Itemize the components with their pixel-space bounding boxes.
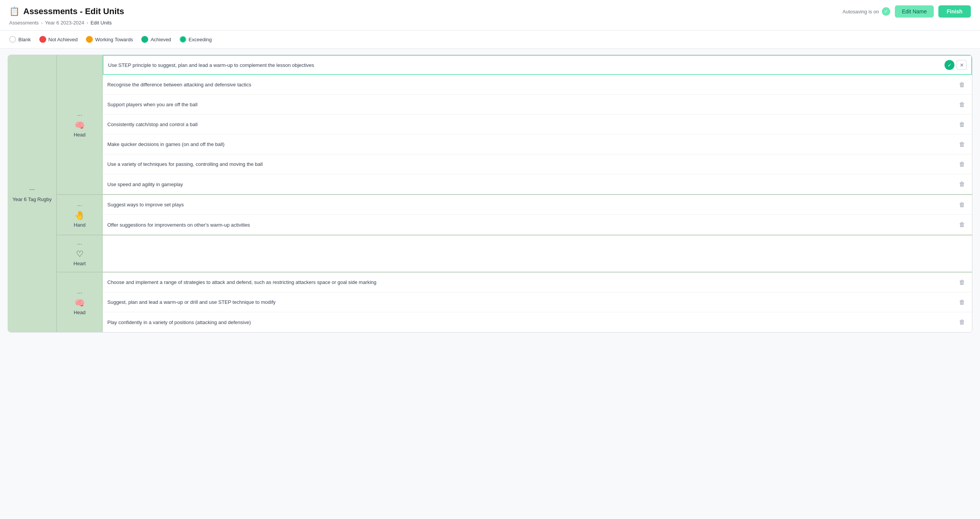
item-row: Use speed and agility in gameplay 🗑 — [103, 174, 972, 194]
breadcrumb-assessments[interactable]: Assessments — [9, 20, 39, 26]
legend-exceeding: Exceeding — [180, 36, 212, 43]
breadcrumb-year6[interactable]: Year 6 2023-2024 — [45, 20, 84, 26]
working-towards-label: Working Towards — [95, 37, 133, 42]
item-close-button[interactable]: ✕ — [957, 60, 967, 70]
section-3-items: Choose and implement a range of strategi… — [103, 272, 972, 332]
item-delete-button[interactable]: 🗑 — [957, 277, 967, 287]
cat-2-dots[interactable]: ··· — [77, 241, 82, 248]
item-text: Suggest ways to improve set plays — [107, 198, 957, 211]
item-row: Choose and implement a range of strategi… — [103, 272, 972, 292]
achieved-dot — [141, 36, 148, 43]
legend-achieved: Achieved — [141, 36, 171, 43]
header-right: Autosaving is on ✓ Edit Name Finish — [843, 5, 971, 18]
breadcrumb-sep-1: › — [41, 20, 42, 26]
cat-3-dots[interactable]: ··· — [77, 290, 82, 297]
legend: Blank Not Achieved Working Towards Achie… — [0, 31, 980, 49]
item-delete-button[interactable]: 🗑 — [957, 139, 967, 149]
cat-3-name: Head — [74, 310, 86, 315]
breadcrumb-sep-2: › — [87, 20, 88, 26]
item-actions: ✓ ✕ — [944, 60, 967, 70]
legend-blank: Blank — [9, 36, 31, 43]
item-delete-button[interactable]: 🗑 — [957, 179, 967, 189]
achieved-label: Achieved — [150, 37, 171, 42]
category-0: ··· 🧠 Head — [57, 55, 103, 194]
section-2-items — [103, 235, 972, 272]
section-0: ··· 🧠 Head Use STEP principle to suggest… — [57, 55, 972, 195]
breadcrumb-current: Edit Units — [91, 20, 112, 26]
autosave-check-icon: ✓ — [882, 7, 890, 16]
category-2: ··· ♡ Heart — [57, 235, 103, 272]
item-text: Make quicker decisions in games (on and … — [107, 138, 957, 151]
header: 📋 Assessments - Edit Units Autosaving is… — [0, 0, 980, 31]
item-delete-button[interactable]: 🗑 — [957, 220, 967, 230]
item-row: Consistently catch/stop and control a ba… — [103, 115, 972, 135]
item-row: Suggest ways to improve set plays 🗑 — [103, 195, 972, 215]
item-text: Use speed and agility in gameplay — [107, 178, 957, 191]
item-row: Suggest, plan and lead a warm-up or dril… — [103, 292, 972, 312]
section-3: ··· 🧠 Head Choose and implement a range … — [57, 272, 972, 332]
item-text: Offer suggestions for improvements on ot… — [107, 218, 957, 232]
item-text: Recognise the difference between attacki… — [107, 78, 957, 91]
sections-wrapper: ··· 🧠 Head Use STEP principle to suggest… — [57, 55, 972, 332]
content-area: ··· Year 6 Tag Rugby ··· 🧠 Head Use STEP… — [0, 49, 980, 339]
cat-1-dots[interactable]: ··· — [77, 202, 82, 209]
exceeding-dot — [180, 36, 186, 43]
item-delete-button[interactable]: 🗑 — [957, 159, 967, 169]
cat-2-name: Heart — [74, 261, 86, 266]
item-delete-button[interactable]: 🗑 — [957, 200, 967, 210]
item-row: Offer suggestions for improvements on ot… — [103, 215, 972, 235]
item-delete-button[interactable]: 🗑 — [957, 80, 967, 90]
blank-label: Blank — [18, 37, 31, 42]
category-3: ··· 🧠 Head — [57, 272, 103, 332]
item-text: Support players when you are off the bal… — [107, 98, 957, 111]
exceeding-label: Exceeding — [189, 37, 212, 42]
item-row: Support players when you are off the bal… — [103, 95, 972, 115]
cat-0-name: Head — [74, 132, 86, 138]
item-delete-button[interactable]: 🗑 — [957, 297, 967, 307]
unit-cell: ··· Year 6 Tag Rugby — [8, 55, 57, 332]
section-0-items: Use STEP principle to suggest, plan and … — [103, 55, 972, 194]
assessments-table: ··· Year 6 Tag Rugby ··· 🧠 Head Use STEP… — [8, 55, 972, 332]
working-towards-dot — [86, 36, 93, 43]
cat-1-icon: 🤚 — [74, 211, 85, 221]
legend-not-achieved: Not Achieved — [39, 36, 78, 43]
section-2: ··· ♡ Heart — [57, 235, 972, 272]
item-text: Use STEP principle to suggest, plan and … — [108, 58, 944, 72]
item-row: Make quicker decisions in games (on and … — [103, 135, 972, 154]
legend-working-towards: Working Towards — [86, 36, 133, 43]
item-delete-button[interactable]: 🗑 — [957, 100, 967, 110]
section-1-items: Suggest ways to improve set plays 🗑 Offe… — [103, 195, 972, 235]
item-row: Use a variety of techniques for passing,… — [103, 154, 972, 174]
item-row: Use STEP principle to suggest, plan and … — [103, 55, 972, 75]
item-row: Play confidently in a variety of positio… — [103, 312, 972, 332]
page-title: Assessments - Edit Units — [23, 6, 124, 16]
blank-dot — [9, 36, 16, 43]
not-achieved-label: Not Achieved — [49, 37, 78, 42]
section-1: ··· 🤚 Hand Suggest ways to improve set p… — [57, 195, 972, 235]
item-text: Use a variety of techniques for passing,… — [107, 157, 957, 171]
finish-button[interactable]: Finish — [938, 5, 971, 18]
item-delete-button[interactable]: 🗑 — [957, 120, 967, 130]
item-check-button[interactable]: ✓ — [944, 60, 954, 70]
cat-0-dots[interactable]: ··· — [77, 112, 82, 119]
clipboard-icon: 📋 — [9, 6, 19, 16]
unit-name: Year 6 Tag Rugby — [13, 196, 52, 202]
item-row: Recognise the difference between attacki… — [103, 75, 972, 95]
category-1: ··· 🤚 Hand — [57, 195, 103, 235]
item-text: Choose and implement a range of strategi… — [107, 276, 957, 289]
not-achieved-dot — [39, 36, 46, 43]
item-text: Play confidently in a variety of positio… — [107, 316, 957, 329]
cat-0-icon: 🧠 — [74, 120, 85, 130]
cat-1-name: Hand — [74, 222, 86, 228]
cat-3-icon: 🧠 — [74, 298, 85, 308]
unit-menu-dots[interactable]: ··· — [29, 185, 35, 193]
header-left: 📋 Assessments - Edit Units — [9, 6, 124, 16]
edit-name-button[interactable]: Edit Name — [895, 5, 933, 18]
item-delete-button[interactable]: 🗑 — [957, 317, 967, 327]
breadcrumb: Assessments › Year 6 2023-2024 › Edit Un… — [9, 20, 971, 30]
item-text: Suggest, plan and lead a warm-up or dril… — [107, 295, 957, 309]
item-text: Consistently catch/stop and control a ba… — [107, 118, 957, 131]
cat-2-icon: ♡ — [76, 249, 84, 259]
autosave-status: Autosaving is on ✓ — [843, 7, 890, 16]
